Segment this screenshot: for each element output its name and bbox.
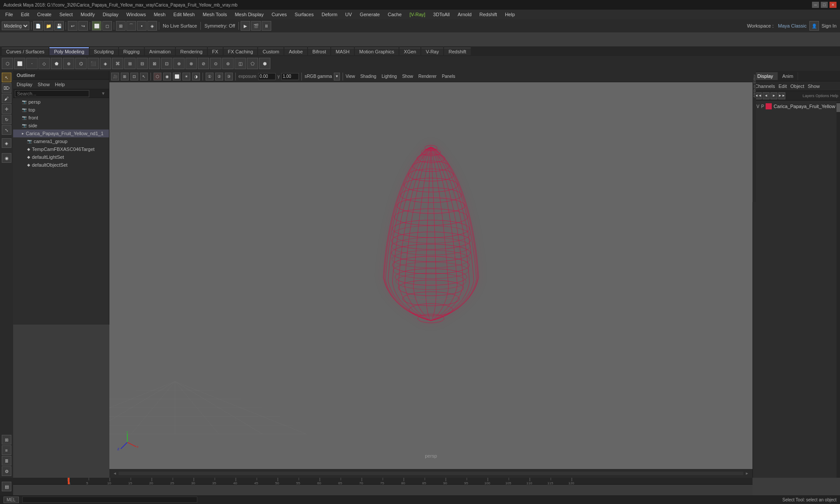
menu-help[interactable]: Help <box>501 11 518 18</box>
menu-modify[interactable]: Modify <box>77 11 98 18</box>
ipr-btn[interactable]: 🎬 <box>251 21 261 31</box>
menu-uv[interactable]: UV <box>342 11 355 18</box>
menu-select[interactable]: Select <box>56 11 77 18</box>
shelf-tab-fxcaching[interactable]: FX Caching <box>224 48 257 55</box>
outliner-display-menu[interactable]: Display <box>15 82 34 87</box>
channel-btn[interactable]: ≣ <box>2 456 11 466</box>
vp-display-2[interactable]: ② <box>215 73 223 80</box>
shelf-tab-motiongfx[interactable]: Motion Graphics <box>355 48 399 55</box>
outliner-help-menu[interactable]: Help <box>53 82 67 87</box>
viewport-menu-view[interactable]: View <box>346 74 355 79</box>
object-menu[interactable]: Object <box>790 84 804 89</box>
shelf-tab-rendering[interactable]: Rendering <box>176 48 207 55</box>
menu-mesh-display[interactable]: Mesh Display <box>231 11 267 18</box>
outliner-item-tempcam[interactable]: ◆ TempCamFBXASC046Target <box>13 145 109 153</box>
menu-display[interactable]: Display <box>99 11 122 18</box>
attr-btn[interactable]: ≡ <box>2 445 11 455</box>
outliner-filter-icon[interactable]: ▼ <box>101 91 105 96</box>
outliner-item-front[interactable]: 📷 front <box>13 114 109 122</box>
viewport[interactable]: 🎥 ⊞ ⊡ ↖ ⬡ ◉ ⬜ ☀ ◑ ① ② ③ exposure γ sRGB … <box>109 71 752 478</box>
save-btn[interactable]: 💾 <box>54 21 64 31</box>
redo-btn[interactable]: ↪ <box>78 21 88 31</box>
channels-menu[interactable]: Channels <box>755 84 775 89</box>
shelf-icon-14[interactable]: ⊡ <box>161 58 172 69</box>
workspace-value[interactable]: Maya Classic <box>776 23 808 28</box>
vp-smooth-btn[interactable]: ◉ <box>163 73 171 80</box>
vp-frame-btn[interactable]: ⊡ <box>130 73 138 80</box>
shelf-icon-3[interactable]: ⬝ <box>26 58 38 69</box>
outliner-item-top[interactable]: 📷 top <box>13 106 109 114</box>
shelf-icon-18[interactable]: ⊙ <box>210 58 221 69</box>
menu-redshift[interactable]: Redshift <box>476 11 500 18</box>
lasso-tool-btn[interactable]: ⌦ <box>2 83 11 93</box>
vp-display-3[interactable]: ③ <box>225 73 233 80</box>
menu-curves[interactable]: Curves <box>268 11 290 18</box>
menu-cache[interactable]: Cache <box>384 11 405 18</box>
select-tool-btn[interactable]: ↖ <box>2 73 11 82</box>
snap-point-btn[interactable]: • <box>137 21 147 31</box>
soft-select-btn[interactable]: ◉ <box>2 153 11 163</box>
symmetry-label[interactable]: Symmetry: Off <box>203 23 237 28</box>
mode-select[interactable]: Modeling <box>2 21 29 30</box>
snap-surface-btn[interactable]: ◈ <box>147 21 157 31</box>
shelf-tab-vray[interactable]: V-Ray <box>421 48 443 55</box>
shelf-tab-animation[interactable]: Animation <box>145 48 175 55</box>
shelf-tab-poly[interactable]: Poly Modeling <box>49 47 88 55</box>
layer-prev-btn[interactable]: ◄ <box>763 92 770 99</box>
sign-in-label[interactable]: Sign In <box>820 23 838 28</box>
shelf-tab-mash[interactable]: MASH <box>331 48 354 55</box>
viewport-menu-show[interactable]: Show <box>402 74 413 79</box>
vp-exposure-input[interactable] <box>258 73 276 80</box>
shelf-tab-sculpting[interactable]: Sculpting <box>90 48 118 55</box>
menu-vray[interactable]: [V-Ray] <box>406 11 429 18</box>
select-mode-btn[interactable]: ⬜ <box>92 21 102 31</box>
shelf-icon-10[interactable]: ⌘ <box>112 58 123 69</box>
shelf-icon-4[interactable]: ◇ <box>38 58 50 69</box>
lasso-btn[interactable]: ◻ <box>102 21 112 31</box>
outliner-item-side[interactable]: 📷 side <box>13 122 109 130</box>
outliner-item-papaya[interactable]: ▸ Carica_Papaya_Fruit_Yellow_nd1_1 <box>13 130 109 137</box>
shelf-icon-6[interactable]: ⊕ <box>63 58 74 69</box>
outliner-item-objectset[interactable]: ◆ defaultObjectSet <box>13 161 109 169</box>
mel-label[interactable]: MEL <box>4 497 19 503</box>
shelf-icon-13[interactable]: ⊠ <box>149 58 160 69</box>
shelf-icon-7[interactable]: ⌬ <box>75 58 87 69</box>
maximize-button[interactable]: □ <box>821 2 828 8</box>
sign-in-btn[interactable]: 👤 <box>809 21 819 31</box>
shelf-icon-8[interactable]: ⬛ <box>88 58 99 69</box>
shelf-icon-12[interactable]: ⊟ <box>136 58 148 69</box>
shelf-tab-custom[interactable]: Custom <box>258 48 284 55</box>
right-panel-scroll-thumb[interactable] <box>836 103 840 112</box>
shelf-tab-bifrost[interactable]: Bifrost <box>308 48 330 55</box>
scale-btn[interactable]: ⤡ <box>2 125 11 135</box>
outliner-item-lightset[interactable]: ◆ defaultLightSet <box>13 153 109 161</box>
shelf-icon-11[interactable]: ⊞ <box>124 58 136 69</box>
vp-texture-btn[interactable]: ⬜ <box>173 73 181 80</box>
layer-end-btn[interactable]: ►► <box>778 92 785 99</box>
close-button[interactable]: ✕ <box>830 2 836 8</box>
viewport-scroll-left[interactable]: ◄ <box>113 471 117 476</box>
minimize-button[interactable]: ─ <box>812 2 819 8</box>
menu-3dtoall[interactable]: 3DToAll <box>430 11 453 18</box>
shelf-icon-15[interactable]: ⊕ <box>173 58 185 69</box>
layout-btn[interactable]: ⊞ <box>2 435 11 444</box>
render-btn[interactable]: ▶ <box>241 21 250 31</box>
shelf-icon-1[interactable]: ⬡ <box>2 58 13 69</box>
mel-input[interactable] <box>22 497 197 503</box>
gamma-dropdown-btn[interactable]: ▼ <box>334 73 340 80</box>
vp-camera-btn[interactable]: 🎥 <box>111 73 119 80</box>
vp-select-btn[interactable]: ↖ <box>140 73 148 80</box>
right-panel-scrollbar[interactable] <box>836 102 840 478</box>
timeline-ruler[interactable]: 1 5 10 15 20 25 30 35 40 45 50 <box>13 478 752 485</box>
vp-light-btn[interactable]: ☀ <box>182 73 190 80</box>
shelf-icon-19[interactable]: ⊚ <box>222 58 234 69</box>
shelf-icon-9[interactable]: ◈ <box>100 58 111 69</box>
layer-fwd-btn[interactable]: ► <box>770 92 777 99</box>
menu-windows[interactable]: Windows <box>123 11 150 18</box>
outliner-search-input[interactable] <box>15 90 89 97</box>
menu-create[interactable]: Create <box>34 11 55 18</box>
menu-edit[interactable]: Edit <box>18 11 33 18</box>
vp-wireframe-btn[interactable]: ⬡ <box>154 73 161 80</box>
viewport-menu-lighting[interactable]: Lighting <box>382 74 397 79</box>
outliner-item-persp[interactable]: 📷 persp <box>13 98 109 106</box>
